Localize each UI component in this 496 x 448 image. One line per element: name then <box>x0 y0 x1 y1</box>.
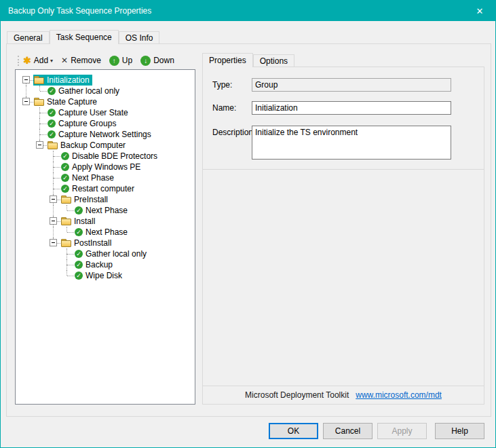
tab-os-info[interactable]: OS Info <box>119 31 160 43</box>
down-button[interactable]: ↓ Down <box>136 54 178 67</box>
titlebar: Backup Only Task Sequence Properties ✕ <box>1 1 495 21</box>
collapse-toggle-icon[interactable] <box>50 239 57 246</box>
tree-indent-guide <box>20 205 33 216</box>
tree-node-content: Backup Computer <box>47 140 128 151</box>
tree-item-label: Backup Computer <box>60 141 126 150</box>
group-folder-icon <box>61 195 71 204</box>
tree-connector <box>47 183 60 194</box>
tree-indent-guide <box>20 86 33 96</box>
help-button[interactable]: Help <box>435 423 484 439</box>
step-check-icon: ✓ <box>61 163 69 171</box>
tree-connector <box>60 259 74 270</box>
tree-indent-guide <box>20 172 33 183</box>
tab-general[interactable]: General <box>7 31 50 43</box>
up-button-label: Up <box>122 56 132 65</box>
name-input[interactable] <box>252 101 451 115</box>
tree-item-gather-local-only[interactable]: ✓Gather local only <box>20 248 195 259</box>
tab-properties[interactable]: Properties <box>202 53 253 67</box>
tab-options[interactable]: Options <box>253 54 294 67</box>
tree-item-install[interactable]: Install <box>20 216 195 227</box>
tree-connector <box>60 248 74 259</box>
tree-item-label: PreInstall <box>74 195 108 204</box>
collapse-toggle-icon[interactable] <box>50 195 57 203</box>
tree-item-next-phase[interactable]: ✓Next Phase <box>20 227 195 238</box>
step-check-icon: ✓ <box>61 152 69 160</box>
properties-form: Type: Name: Description: Initialize the … <box>203 67 484 170</box>
tree-indent-guide <box>20 107 33 118</box>
step-check-icon: ✓ <box>47 109 56 117</box>
dialog-button-row: OK Cancel Apply Help <box>269 423 484 439</box>
main-tabstrip: General Task Sequence OS Info <box>7 30 159 44</box>
remove-button[interactable]: ✕ Remove <box>57 54 105 67</box>
tree-item-restart-computer[interactable]: ✓Restart computer <box>20 183 195 194</box>
tree-item-next-phase[interactable]: ✓Next Phase <box>20 172 195 183</box>
tree-node-content: PostInstall <box>60 238 114 248</box>
task-sequence-tree: Initialization✓Gather local onlyState Ca… <box>15 69 195 405</box>
close-button[interactable]: ✕ <box>464 1 495 21</box>
tree-item-capture-network-settings[interactable]: ✓Capture Network Settings <box>20 129 195 140</box>
down-button-label: Down <box>153 56 174 65</box>
mdt-website-link[interactable]: www.microsoft.com/mdt <box>356 390 442 400</box>
tree-connector <box>33 129 47 140</box>
tree-node-content: ✓Capture Network Settings <box>47 129 154 140</box>
tree-expander-cell <box>33 140 47 151</box>
tree-item-label: Backup <box>85 260 113 269</box>
tree-item-preinstall[interactable]: PreInstall <box>20 194 195 205</box>
tree-item-backup-computer[interactable]: Backup Computer <box>20 140 195 151</box>
step-check-icon: ✓ <box>61 174 69 182</box>
tree-item-wipe-disk[interactable]: ✓Wipe Disk <box>20 270 195 281</box>
tree-item-state-capture[interactable]: State Capture <box>20 96 195 107</box>
tree-item-postinstall[interactable]: PostInstall <box>20 238 195 248</box>
mdt-footer-text: Microsoft Deployment Toolkit <box>245 390 349 400</box>
tree-indent-guide <box>20 129 33 140</box>
tree-item-label: Next Phase <box>85 206 128 215</box>
tree-item-label: State Capture <box>47 97 97 107</box>
tree-node-content: ✓Next Phase <box>74 227 130 238</box>
tree-item-label: Capture User State <box>58 108 128 117</box>
tree-item-disable-bde-protectors[interactable]: ✓Disable BDE Protectors <box>20 151 195 162</box>
tree-indent-guide <box>33 259 47 270</box>
tree-item-initialization[interactable]: Initialization <box>20 75 195 86</box>
details-panel: Properties Options Type: Name: Descripti… <box>202 53 484 405</box>
collapse-toggle-icon[interactable] <box>22 98 30 105</box>
tree-indent-guide <box>20 183 33 194</box>
tree-item-gather-local-only[interactable]: ✓Gather local only <box>20 86 195 96</box>
up-button[interactable]: ↑ Up <box>105 54 136 67</box>
tree-connector <box>33 107 47 118</box>
collapse-toggle-icon[interactable] <box>22 76 30 83</box>
type-label: Type: <box>212 78 252 92</box>
tree-node-content: PreInstall <box>60 194 111 205</box>
group-folder-icon <box>34 98 44 106</box>
apply-button[interactable]: Apply <box>377 423 427 439</box>
tree-item-capture-groups[interactable]: ✓Capture Groups <box>20 118 195 129</box>
tree-item-backup[interactable]: ✓Backup <box>20 259 195 270</box>
tree-indent-guide <box>20 270 33 281</box>
collapse-toggle-icon[interactable] <box>50 217 57 225</box>
tab-task-sequence[interactable]: Task Sequence <box>50 30 119 44</box>
collapse-toggle-icon[interactable] <box>36 141 43 149</box>
tree-connector <box>47 172 60 183</box>
cancel-button[interactable]: Cancel <box>323 423 373 439</box>
step-check-icon: ✓ <box>75 272 83 280</box>
add-button[interactable]: ✱ Add ▾ <box>19 54 57 67</box>
description-input[interactable]: Initialize the TS environment <box>252 126 451 160</box>
down-arrow-icon: ↓ <box>140 56 151 66</box>
tree-item-label: Restart computer <box>72 184 134 193</box>
tree-panel: ✱ Add ▾ ✕ Remove ↑ Up ↓ Down Initializat… <box>15 53 195 405</box>
tree-item-label: Disable BDE Protectors <box>72 151 157 161</box>
tree-connector <box>47 151 60 162</box>
tree-indent-guide <box>47 270 60 281</box>
tree-item-next-phase[interactable]: ✓Next Phase <box>20 205 195 216</box>
ok-button[interactable]: OK <box>269 423 318 439</box>
tree-indent-guide <box>47 248 60 259</box>
step-check-icon: ✓ <box>75 206 83 214</box>
step-check-icon: ✓ <box>61 185 69 193</box>
tree-item-apply-windows-pe[interactable]: ✓Apply Windows PE <box>20 162 195 172</box>
tree-indent-guide <box>33 194 47 205</box>
tree-item-capture-user-state[interactable]: ✓Capture User State <box>20 107 195 118</box>
tree-item-label: Install <box>74 217 95 226</box>
tree-expander-cell <box>47 216 60 227</box>
tree-item-label: Apply Windows PE <box>72 162 140 172</box>
group-folder-icon <box>34 76 44 84</box>
tree-indent-guide <box>47 205 60 216</box>
